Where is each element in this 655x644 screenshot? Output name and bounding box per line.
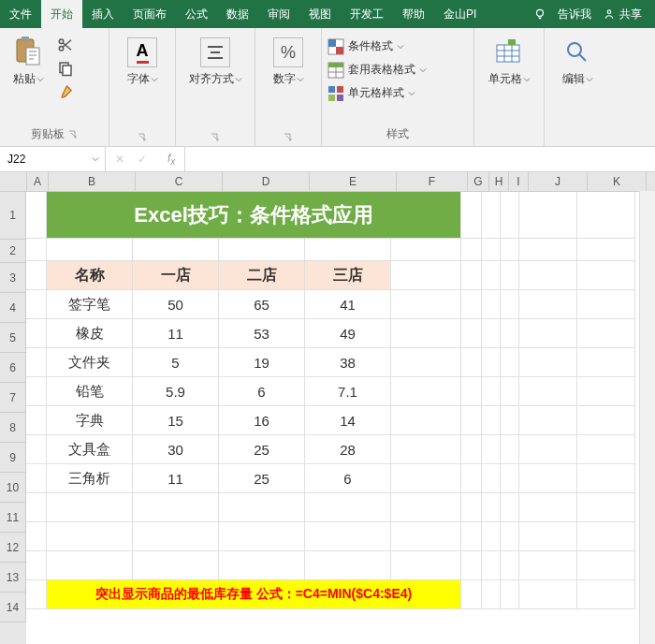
row-header-10[interactable]: 10: [0, 473, 26, 503]
cell[interactable]: 65: [219, 290, 305, 319]
cell[interactable]: 6: [219, 377, 305, 406]
cell[interactable]: [519, 406, 577, 435]
cell[interactable]: [461, 493, 482, 522]
cell[interactable]: 签字笔: [47, 290, 133, 319]
cell[interactable]: [501, 319, 519, 348]
tab-developer[interactable]: 开发工: [341, 0, 393, 28]
cell[interactable]: [501, 406, 519, 435]
row-header-14[interactable]: 14: [0, 593, 26, 622]
cell[interactable]: [577, 580, 635, 609]
cell[interactable]: [577, 377, 635, 406]
cell[interactable]: [391, 377, 461, 406]
cell[interactable]: 50: [133, 290, 219, 319]
cell[interactable]: [519, 239, 577, 261]
cell[interactable]: 一店: [133, 261, 219, 290]
row-header-4[interactable]: 4: [0, 293, 26, 323]
cell[interactable]: [519, 192, 577, 239]
tab-data[interactable]: 数据: [217, 0, 258, 28]
row-header-12[interactable]: 12: [0, 533, 26, 563]
cell[interactable]: [26, 551, 47, 580]
cell[interactable]: 三店: [305, 261, 391, 290]
cell[interactable]: [47, 239, 133, 261]
cell[interactable]: 文具盒: [47, 435, 133, 464]
col-header-F[interactable]: F: [397, 172, 468, 191]
cell[interactable]: [219, 551, 305, 580]
cell[interactable]: [26, 580, 47, 609]
cell[interactable]: 名称: [47, 261, 133, 290]
tell-me[interactable]: 告诉我: [558, 7, 591, 22]
cell[interactable]: [26, 377, 47, 406]
cell[interactable]: [519, 435, 577, 464]
format-painter-button[interactable]: [56, 82, 75, 101]
cell[interactable]: [391, 551, 461, 580]
cell[interactable]: [133, 239, 219, 261]
cell[interactable]: [501, 348, 519, 377]
dialog-launcher-icon[interactable]: [138, 133, 147, 142]
cell[interactable]: 30: [133, 435, 219, 464]
cell[interactable]: [391, 406, 461, 435]
col-header-H[interactable]: H: [489, 172, 509, 191]
cell[interactable]: [391, 261, 461, 290]
row-header-8[interactable]: 8: [0, 413, 26, 443]
row-header-3[interactable]: 3: [0, 263, 26, 293]
cell[interactable]: [519, 377, 577, 406]
cell[interactable]: 16: [219, 406, 305, 435]
row-header-5[interactable]: 5: [0, 323, 26, 353]
cell[interactable]: [482, 464, 501, 493]
cell[interactable]: [519, 493, 577, 522]
cell[interactable]: [482, 192, 501, 239]
col-header-G[interactable]: G: [468, 172, 489, 191]
paste-button[interactable]: 粘贴: [6, 34, 51, 87]
cell[interactable]: 二店: [219, 261, 305, 290]
cell[interactable]: [577, 522, 635, 551]
cell[interactable]: [391, 348, 461, 377]
dialog-launcher-icon[interactable]: [211, 133, 220, 142]
cell[interactable]: [482, 290, 501, 319]
cell[interactable]: [577, 406, 635, 435]
cell[interactable]: [501, 435, 519, 464]
cell[interactable]: [482, 377, 501, 406]
cell[interactable]: [577, 435, 635, 464]
cell[interactable]: 铅笔: [47, 377, 133, 406]
cell[interactable]: [26, 522, 47, 551]
row-header-1[interactable]: 1: [0, 192, 26, 240]
cell[interactable]: [26, 290, 47, 319]
cell[interactable]: 突出显示商品的最低库存量 公式：=C4=MIN($C4:$E4): [47, 580, 461, 609]
cell[interactable]: 19: [219, 348, 305, 377]
cell[interactable]: [577, 493, 635, 522]
col-header-I[interactable]: I: [509, 172, 529, 191]
cell[interactable]: [519, 551, 577, 580]
cell[interactable]: [391, 239, 461, 261]
cell[interactable]: [305, 493, 391, 522]
cell[interactable]: [391, 319, 461, 348]
cell[interactable]: [461, 406, 482, 435]
cell[interactable]: [26, 406, 47, 435]
cell[interactable]: [519, 522, 577, 551]
cell[interactable]: [461, 580, 482, 609]
cell[interactable]: [391, 493, 461, 522]
cell[interactable]: [461, 290, 482, 319]
cell[interactable]: [519, 348, 577, 377]
cell[interactable]: [501, 493, 519, 522]
cell[interactable]: [482, 551, 501, 580]
cell[interactable]: [482, 493, 501, 522]
cell[interactable]: [482, 239, 501, 261]
cell[interactable]: 28: [305, 435, 391, 464]
cell[interactable]: 25: [219, 435, 305, 464]
cell[interactable]: 5.9: [133, 377, 219, 406]
cell[interactable]: [305, 522, 391, 551]
cell[interactable]: 41: [305, 290, 391, 319]
tab-insert[interactable]: 插入: [82, 0, 124, 28]
tab-home[interactable]: 开始: [41, 0, 82, 28]
cell[interactable]: [26, 435, 47, 464]
cell[interactable]: [519, 290, 577, 319]
col-header-D[interactable]: D: [223, 172, 310, 191]
cell[interactable]: [519, 580, 577, 609]
cell[interactable]: [519, 261, 577, 290]
row-header-6[interactable]: 6: [0, 353, 26, 383]
cell[interactable]: [577, 239, 635, 261]
cell[interactable]: [305, 239, 391, 261]
cell[interactable]: [461, 239, 482, 261]
cell[interactable]: [519, 464, 577, 493]
tab-help[interactable]: 帮助: [393, 0, 434, 28]
